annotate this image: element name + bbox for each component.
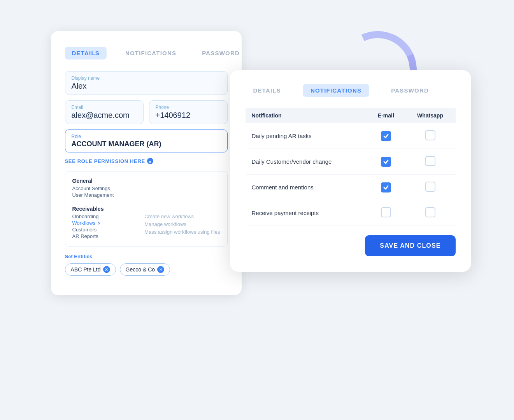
col-email: E-mail (367, 108, 405, 123)
notif-email-3[interactable] (367, 175, 405, 200)
entity-abc-remove[interactable]: ✕ (103, 266, 110, 273)
email-label: Email (72, 105, 137, 110)
permissions-box: General Account Settings User Management… (65, 171, 228, 247)
checkbox-email-1-checked[interactable] (381, 131, 391, 141)
fg-tabs: DETAILS NOTIFICATIONS PASSWORD (246, 84, 456, 97)
notifications-table: Notification E-mail Whatsapp Daily pendi… (246, 108, 456, 226)
display-name-label: Display name (72, 75, 221, 81)
table-row: Daily Customer/vendor change (246, 149, 456, 175)
perm-sub-create: Create new workflows (144, 214, 220, 219)
table-header-row: Notification E-mail Whatsapp (246, 108, 456, 123)
tab-password-bg[interactable]: PASSWORD (195, 47, 247, 60)
table-row: Receive payment receipts (246, 200, 456, 226)
tab-details-bg[interactable]: DETAILS (65, 47, 107, 60)
perm-user-management: User Management (72, 192, 220, 198)
notif-email-1[interactable] (367, 123, 405, 149)
checkbox-whatsapp-2-unchecked[interactable] (425, 156, 435, 166)
checkbox-whatsapp-4-unchecked[interactable] (425, 207, 435, 217)
entity-tag-abc: ABC Pte Ltd ✕ (65, 263, 116, 276)
entity-abc-text: ABC Pte Ltd (71, 266, 101, 273)
phone-field[interactable]: Phone +1406912 (149, 100, 228, 124)
tab-password-fg[interactable]: PASSWORD (383, 84, 437, 97)
phone-label: Phone (156, 105, 221, 110)
display-name-value: Alex (72, 82, 221, 91)
role-field[interactable]: Role ACCOUNT MANAGER (AR) (65, 130, 228, 152)
perm-sub-mass: Mass assign workflows using files (144, 229, 220, 235)
email-phone-row: Email alex@acme.com Phone +1406912 (65, 100, 228, 130)
notif-label-2: Daily Customer/vendor change (246, 149, 367, 175)
entity-tag-gecco: Gecco & Co ✕ (120, 263, 170, 276)
notif-whatsapp-3[interactable] (405, 175, 456, 200)
checkbox-email-2-checked[interactable] (381, 157, 391, 167)
tab-notifications-bg[interactable]: NOTIFICATIONS (118, 47, 183, 60)
notif-email-4[interactable] (367, 200, 405, 226)
entity-gecco-text: Gecco & Co (126, 266, 155, 273)
notif-email-2[interactable] (367, 149, 405, 175)
notif-label-1: Daily pending AR tasks (246, 123, 367, 149)
role-permission-link[interactable]: SEE ROLE PERMISSION HERE ▲ (65, 158, 228, 164)
tab-details-fg[interactable]: DETAILS (246, 84, 289, 97)
save-and-close-button[interactable]: SAVE AND CLOSE (365, 235, 455, 256)
email-field[interactable]: Email alex@acme.com (65, 100, 144, 124)
role-value: ACCOUNT MANAGER (AR) (72, 140, 221, 148)
checkbox-whatsapp-1-unchecked[interactable] (425, 130, 435, 140)
notif-whatsapp-2[interactable] (405, 149, 456, 175)
email-value: alex@acme.com (72, 111, 137, 120)
display-name-field[interactable]: Display name Alex (65, 71, 228, 95)
phone-value: +1406912 (156, 111, 221, 120)
notifications-card: DETAILS NOTIFICATIONS PASSWORD Notificat… (230, 70, 471, 272)
notif-label-3: Comment and mentions (246, 175, 367, 200)
role-label: Role (72, 134, 221, 139)
perm-account-settings: Account Settings (72, 186, 220, 191)
arrow-icon: ▲ (147, 158, 153, 164)
set-entities-label: Set Entities (65, 254, 228, 259)
receivables-title: Receivables (72, 206, 220, 212)
save-btn-row: SAVE AND CLOSE (246, 235, 456, 256)
notif-whatsapp-1[interactable] (405, 123, 456, 149)
table-row: Daily pending AR tasks (246, 123, 456, 149)
details-card: DETAILS NOTIFICATIONS PASSWORD Display n… (51, 31, 242, 295)
table-row: Comment and mentions (246, 175, 456, 200)
checkbox-whatsapp-3-unchecked[interactable] (425, 182, 435, 192)
notif-whatsapp-4[interactable] (405, 200, 456, 226)
general-title: General (72, 178, 220, 184)
notif-label-4: Receive payment receipts (246, 200, 367, 226)
perm-sub-items: Create new workflows Manage workflows Ma… (144, 214, 220, 235)
col-whatsapp: Whatsapp (405, 108, 456, 123)
checkbox-email-4-unchecked[interactable] (381, 207, 391, 217)
chevron-right-icon (97, 221, 101, 225)
role-permission-text: SEE ROLE PERMISSION HERE (65, 158, 145, 164)
entity-gecco-remove[interactable]: ✕ (157, 266, 164, 273)
entity-tags: ABC Pte Ltd ✕ Gecco & Co ✕ (65, 263, 228, 276)
bg-tabs: DETAILS NOTIFICATIONS PASSWORD (65, 47, 228, 60)
col-notification: Notification (246, 108, 367, 123)
tab-notifications-fg[interactable]: NOTIFICATIONS (303, 84, 369, 97)
perm-workflows-text: Workflows (72, 220, 96, 226)
checkbox-email-3-checked[interactable] (381, 182, 391, 192)
perm-sub-manage: Manage workflows (144, 221, 220, 227)
